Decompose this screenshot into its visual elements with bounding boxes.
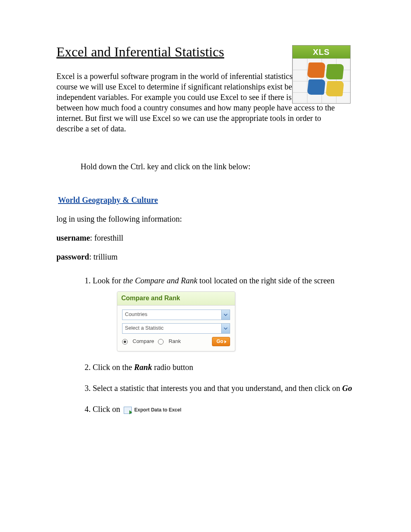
compare-radio[interactable]: [122, 339, 128, 345]
compare-rank-title: Compare and Rank: [117, 292, 235, 305]
compare-rank-widget: Compare and Rank Countries Select a Stat…: [117, 291, 235, 351]
step-3: Select a statistic that interests you an…: [93, 383, 355, 393]
chevron-down-icon: [221, 324, 230, 333]
statistic-select[interactable]: Select a Statistic: [122, 323, 230, 334]
world-geography-link[interactable]: World Geography & Culture: [58, 195, 158, 205]
step-2: Click on the Rank radio button: [93, 362, 355, 372]
countries-select-value: Countries: [125, 311, 147, 318]
login-intro: log in using the following information:: [56, 214, 355, 224]
chevron-down-icon: [221, 310, 230, 320]
rank-radio[interactable]: [158, 339, 164, 345]
ctrl-note: Hold down the Ctrl. key and click on the…: [81, 162, 355, 171]
rank-radio-label: Rank: [168, 338, 181, 345]
step-1: Look for the Compare and Rank tool locat…: [93, 275, 355, 351]
xls-label: XLS: [313, 48, 330, 57]
password-label: password: [56, 252, 89, 261]
statistic-select-value: Select a Statistic: [125, 325, 164, 332]
username-value: : foresthill: [90, 233, 123, 242]
export-to-excel-button[interactable]: Export Data to Excel: [124, 407, 181, 414]
triangle-right-icon: [224, 340, 226, 343]
compare-rank-radios: Compare Rank: [122, 338, 181, 345]
steps-list: Look for the Compare and Rank tool locat…: [56, 275, 355, 414]
page-title: Excel and Inferential Statistics: [56, 44, 266, 60]
go-button[interactable]: Go: [212, 337, 230, 347]
export-label: Export Data to Excel: [134, 407, 181, 414]
xls-banner: XLS: [293, 46, 350, 58]
go-button-label: Go: [216, 339, 223, 345]
compare-radio-label: Compare: [133, 338, 154, 345]
username-line: username: foresthill: [56, 233, 355, 243]
step-4: Click on Export Data to Excel: [93, 404, 355, 414]
password-value: : trillium: [89, 252, 118, 261]
username-label: username: [56, 233, 90, 242]
xls-sheet-grid: [293, 58, 350, 103]
countries-select[interactable]: Countries: [122, 310, 230, 320]
document-page: XLS Excel and Inferential Statistics Exc…: [0, 0, 411, 532]
xls-file-icon: XLS: [292, 45, 351, 104]
windows-flag-icon: [308, 62, 343, 98]
password-line: password: trillium: [56, 252, 355, 262]
export-icon: [124, 407, 132, 414]
